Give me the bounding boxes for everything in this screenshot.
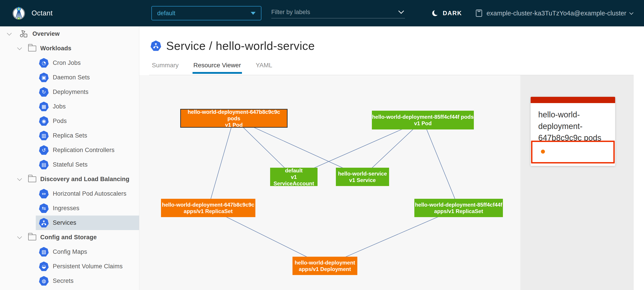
tab-yaml[interactable]: YAML [255,62,273,74]
sidebar-item-pods[interactable]: ◉ Pods [0,114,139,128]
sidebar-item-label: Cron Jobs [53,60,81,66]
sidebar-group-discovery-and-load-balancing[interactable]: Discovery and Load Balancing [0,172,139,186]
sidebar-item-label: Services [53,219,76,226]
ingress-icon: ⇆ [39,204,49,213]
chevron-down-icon [629,10,633,14]
statefulset-icon: ▤ [39,160,49,170]
node-sublabel: v1 Service [349,177,376,183]
node-sublabel: apps/v1 ReplicaSet [434,208,483,214]
replicaset-icon: ▥ [39,131,49,141]
main-content: Service / hello-world-service Summary Re… [139,26,644,290]
node-sublabel: v1 Pod [225,122,243,128]
configmap-icon: ▧ [39,247,49,257]
service-icon [150,40,161,51]
octant-logo-icon [12,6,26,20]
sidebar-item-label: Replica Sets [53,132,87,139]
sidebar-item-secrets[interactable]: ◍ Secrets [0,274,139,288]
cronjob-icon: ◔ [39,58,49,68]
cluster-context-label: example-cluster-ka3TuTzYo4a@example-clus… [486,10,626,17]
chevron-down-icon [17,234,22,239]
sidebar-item-ingresses[interactable]: ⇆ Ingresses [0,201,139,216]
chevron-down-icon[interactable] [398,8,404,14]
right-gutter [634,75,644,290]
sidebar-item-jobs[interactable]: ▦ Jobs [0,99,139,114]
chevron-down-icon [17,46,22,50]
node-label: hello-world-deployment-85ff4cf44f [415,202,502,208]
label-filter [271,7,405,18]
graph-node-pod-647b8c9c9c[interactable]: hello-world-deployment-647b8c9c9c pods v… [180,109,288,128]
graph-node-replicaset-647b8c9c9c[interactable]: hello-world-deployment-647b8c9c9c apps/v… [161,199,255,217]
graph-node-service-hello-world[interactable]: hello-world-service v1 Service [336,168,389,186]
sidebar-item-label: Discovery and Load Balancing [40,176,130,183]
folder-icon [28,176,36,182]
node-label: hello-world-deployment-647b8c9c9c pods [181,109,287,122]
job-icon: ▦ [39,102,49,112]
chevron-down-icon [17,176,22,181]
hpa-icon: ⇔ [39,189,49,199]
pod-status-box[interactable] [531,141,615,164]
sidebar-item-label: Replication Controllers [53,147,114,154]
sidebar-item-label: Overview [32,30,60,37]
tab-bar: Summary Resource Viewer YAML [151,62,286,74]
theme-toggle-label: DARK [443,10,462,17]
selected-resource-card[interactable]: hello-world-deployment-647b8c9c9c pods [531,97,615,166]
moon-icon [432,9,440,17]
sidebar-group-config-and-storage[interactable]: Config and Storage [0,230,139,244]
sidebar-item-label: Deployments [53,88,88,96]
sidebar-item-label: Daemon Sets [53,74,90,81]
app-title: Octant [32,0,52,26]
sidebar-item-services[interactable]: Services [0,216,139,230]
chevron-down-icon [7,31,12,36]
sidebar-item-replication-controllers[interactable]: ↺ Replication Controllers [0,143,139,158]
node-label: hello-world-deployment [295,259,355,266]
page-title: Service / hello-world-service [150,39,315,52]
sidebar-item-config-maps[interactable]: ▧ Config Maps [0,244,139,259]
sidebar-nav: Overview Workloads ◔ Cron Jobs ▣ Daemon … [0,26,139,290]
sidebar-item-label: Config and Storage [40,234,97,241]
secret-icon: ◍ [39,276,49,286]
node-sublabel: apps/v1 Deployment [299,266,351,272]
sidebar-item-horizontal-pod-autoscalers[interactable]: ⇔ Horizontal Pod Autoscalers [0,186,139,201]
resource-graph-canvas[interactable]: hello-world-deployment-647b8c9c9c pods v… [139,75,520,290]
daemonset-icon: ▣ [39,73,49,82]
sidebar-item-deployments[interactable]: ↻ Deployments [0,85,139,99]
graph-node-deployment-hello-world[interactable]: hello-world-deployment apps/v1 Deploymen… [292,257,357,275]
node-sublabel: v1 ServiceAccount [270,174,318,187]
sidebar-item-label: Ingresses [53,205,80,212]
sidebar-item-label: Horizontal Pod Autoscalers [53,190,126,197]
node-label: hello-world-deployment-85ff4cf44f pods [372,114,474,120]
sidebar-group-workloads[interactable]: Workloads [0,41,139,56]
graph-node-replicaset-85ff4cf44f[interactable]: hello-world-deployment-85ff4cf44f apps/v… [414,199,503,217]
app-header: Octant default DARK example-cluster-ka3T… [0,0,644,26]
sidebar-item-persistent-volume-claims[interactable]: ◒ Persistent Volume Claims [0,259,139,274]
sidebar-item-label: Stateful Sets [53,161,88,168]
namespace-dropdown-value: default [157,10,175,17]
sidebar-item-replica-sets[interactable]: ▥ Replica Sets [0,128,139,143]
label-filter-input[interactable] [271,7,392,18]
theme-toggle-button[interactable]: DARK [432,0,462,26]
sidebar-item-label: Config Maps [53,248,87,255]
tab-summary[interactable]: Summary [151,62,180,74]
node-label: hello-world-service [338,170,387,177]
deployment-icon: ↻ [39,87,49,97]
cluster-icon [475,9,483,17]
pod-icon: ◉ [39,116,49,126]
sidebar-item-label: Pods [53,118,67,124]
node-label: default [285,167,303,174]
graph-node-pod-85ff4cf44f[interactable]: hello-world-deployment-85ff4cf44f pods v… [372,111,474,130]
graph-node-serviceaccount-default[interactable]: default v1 ServiceAccount [270,168,318,186]
sidebar-item-stateful-sets[interactable]: ▤ Stateful Sets [0,158,139,172]
selected-resource-name: hello-world-deployment-647b8c9c9c pods [531,103,615,144]
replicationcontroller-icon: ↺ [39,145,49,155]
sidebar-item-label: Persistent Volume Claims [53,263,122,270]
sidebar-item-label: Workloads [40,45,71,52]
resource-detail-panel: hello-world-deployment-647b8c9c9c pods [520,75,634,290]
sidebar-item-label: Secrets [53,278,74,284]
tab-resource-viewer[interactable]: Resource Viewer [192,62,242,74]
page-title-text: Service / hello-world-service [166,39,315,52]
namespace-dropdown[interactable]: default [152,6,262,20]
sidebar-item-daemon-sets[interactable]: ▣ Daemon Sets [0,70,139,85]
cluster-context-selector[interactable]: example-cluster-ka3TuTzYo4a@example-clus… [475,0,633,26]
sidebar-item-overview[interactable]: Overview [0,26,139,41]
sidebar-item-cron-jobs[interactable]: ◔ Cron Jobs [0,56,139,70]
